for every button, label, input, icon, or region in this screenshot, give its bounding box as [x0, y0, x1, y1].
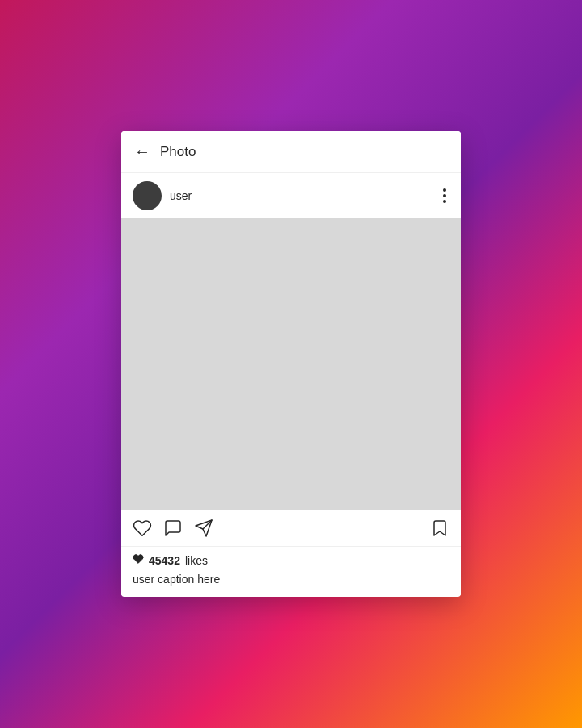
more-options-button[interactable] [440, 185, 449, 206]
post-image [121, 218, 461, 510]
back-button[interactable]: ← [134, 142, 150, 161]
dot-2 [443, 194, 446, 197]
heart-filled-icon [133, 553, 144, 568]
username-label: user [170, 189, 440, 202]
post-header: user [121, 173, 461, 218]
post-info: 45432 likes user caption here [121, 546, 461, 597]
likes-count: 45432 [149, 554, 180, 567]
likes-label: likes [185, 554, 208, 567]
dot-3 [443, 200, 446, 203]
avatar [133, 181, 162, 210]
nav-title: Photo [160, 144, 448, 160]
likes-row: 45432 likes [133, 553, 449, 568]
action-bar [121, 510, 461, 546]
action-icons-left [133, 518, 430, 538]
nav-bar: ← Photo [121, 131, 461, 173]
dot-1 [443, 188, 446, 192]
instagram-post-card: ← Photo user [121, 131, 461, 597]
share-button[interactable] [194, 518, 213, 538]
bookmark-button[interactable] [430, 518, 449, 538]
like-button[interactable] [133, 518, 152, 538]
caption-text: user caption here [133, 573, 220, 586]
post-caption: user caption here [133, 573, 449, 586]
comment-button[interactable] [163, 518, 183, 538]
